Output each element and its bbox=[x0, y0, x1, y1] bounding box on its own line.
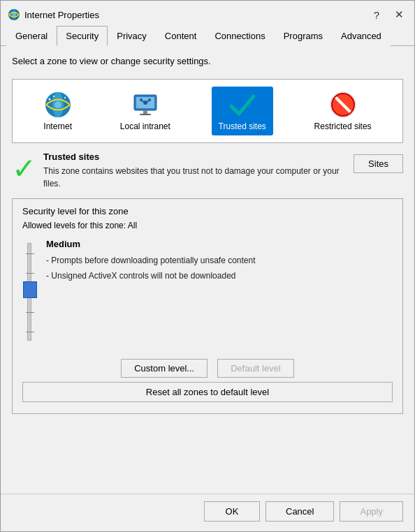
level-buttons: Custom level... Default level bbox=[22, 359, 393, 378]
title-bar: Internet Properties ? ✕ bbox=[1, 1, 414, 26]
tab-bar: General Security Privacy Content Connect… bbox=[1, 26, 414, 46]
security-level-bullet-1: - Prompts before downloading potentially… bbox=[46, 253, 393, 269]
reset-all-zones-button[interactable]: Reset all zones to default level bbox=[22, 382, 393, 402]
svg-point-2 bbox=[12, 13, 16, 17]
internet-properties-dialog: Internet Properties ? ✕ General Security… bbox=[0, 0, 415, 532]
zone-info-title: Trusted sites bbox=[43, 152, 354, 162]
svg-point-8 bbox=[64, 97, 66, 98]
custom-level-button[interactable]: Custom level... bbox=[121, 359, 208, 378]
security-level-name: Medium bbox=[46, 239, 393, 249]
slider-description: Medium - Prompts before downloading pote… bbox=[46, 239, 393, 283]
title-bar-controls: ? ✕ bbox=[368, 6, 407, 23]
svg-point-17 bbox=[148, 98, 151, 101]
zone-selection-box: Internet Local intra bbox=[12, 79, 403, 143]
ok-button[interactable]: OK bbox=[204, 501, 260, 522]
slider-content-row: Medium - Prompts before downloading pote… bbox=[22, 239, 393, 350]
zone-info-description: This zone contains websites that you tru… bbox=[43, 165, 354, 190]
dialog-buttons: OK Cancel Apply bbox=[1, 494, 414, 531]
zone-internet[interactable]: Internet bbox=[36, 87, 79, 135]
zone-restricted-sites[interactable]: Restricted sites bbox=[307, 87, 379, 135]
svg-point-6 bbox=[48, 98, 50, 101]
security-level-slider[interactable] bbox=[22, 239, 36, 350]
tab-security[interactable]: Security bbox=[57, 26, 108, 46]
tab-advanced[interactable]: Advanced bbox=[332, 26, 391, 46]
svg-rect-11 bbox=[143, 110, 147, 114]
internet-zone-label: Internet bbox=[43, 121, 72, 131]
slider-rail bbox=[27, 243, 31, 341]
sites-button[interactable]: Sites bbox=[354, 154, 403, 173]
apply-button[interactable]: Apply bbox=[340, 501, 403, 522]
trusted-checkmark-icon: ✓ bbox=[12, 154, 36, 184]
tab-content[interactable]: Content bbox=[156, 26, 206, 46]
svg-point-7 bbox=[53, 96, 54, 97]
title-bar-left: Internet Properties bbox=[8, 8, 99, 21]
security-level-bullet-2: - Unsigned ActiveX controls will not be … bbox=[46, 269, 393, 284]
svg-point-16 bbox=[140, 98, 143, 101]
restricted-sites-icon bbox=[329, 91, 357, 119]
security-level-group: Security level for this zone Allowed lev… bbox=[12, 198, 403, 414]
cancel-button[interactable]: Cancel bbox=[265, 501, 334, 522]
zone-info-text: Trusted sites This zone contains website… bbox=[43, 152, 354, 190]
slider-thumb[interactable] bbox=[23, 281, 37, 298]
trusted-sites-zone-label: Trusted sites bbox=[219, 121, 266, 131]
slider-tick-2 bbox=[26, 273, 34, 274]
svg-point-18 bbox=[229, 91, 256, 118]
tab-privacy[interactable]: Privacy bbox=[108, 26, 156, 46]
trusted-sites-icon bbox=[228, 91, 256, 119]
security-level-title: Security level for this zone bbox=[22, 206, 393, 216]
window-title: Internet Properties bbox=[24, 10, 99, 20]
ie-icon bbox=[8, 8, 20, 21]
zone-info-row: ✓ Trusted sites This zone contains websi… bbox=[12, 152, 354, 190]
help-button[interactable]: ? bbox=[368, 6, 385, 23]
zone-trusted-sites[interactable]: Trusted sites bbox=[212, 87, 273, 135]
zone-local-intranet[interactable]: Local intranet bbox=[113, 87, 177, 135]
slider-tick-4 bbox=[26, 312, 34, 313]
svg-rect-12 bbox=[140, 114, 151, 115]
close-button[interactable]: ✕ bbox=[391, 6, 407, 23]
tab-programs[interactable]: Programs bbox=[275, 26, 332, 46]
allowed-levels-label: Allowed levels for this zone: All bbox=[22, 221, 393, 230]
security-tab-content: Select a zone to view or change security… bbox=[1, 46, 414, 494]
local-intranet-icon bbox=[131, 91, 159, 119]
svg-point-5 bbox=[54, 101, 61, 108]
tab-connections[interactable]: Connections bbox=[205, 26, 274, 46]
internet-icon bbox=[44, 91, 72, 119]
zone-select-label: Select a zone to view or change security… bbox=[12, 56, 403, 66]
local-intranet-zone-label: Local intranet bbox=[120, 121, 170, 131]
slider-tick-1 bbox=[26, 253, 34, 254]
slider-tick-5 bbox=[26, 332, 34, 332]
zone-info-card: ✓ Trusted sites This zone contains websi… bbox=[12, 152, 403, 190]
default-level-button[interactable]: Default level bbox=[217, 359, 294, 378]
restricted-sites-zone-label: Restricted sites bbox=[314, 121, 372, 131]
tab-general[interactable]: General bbox=[6, 26, 57, 46]
